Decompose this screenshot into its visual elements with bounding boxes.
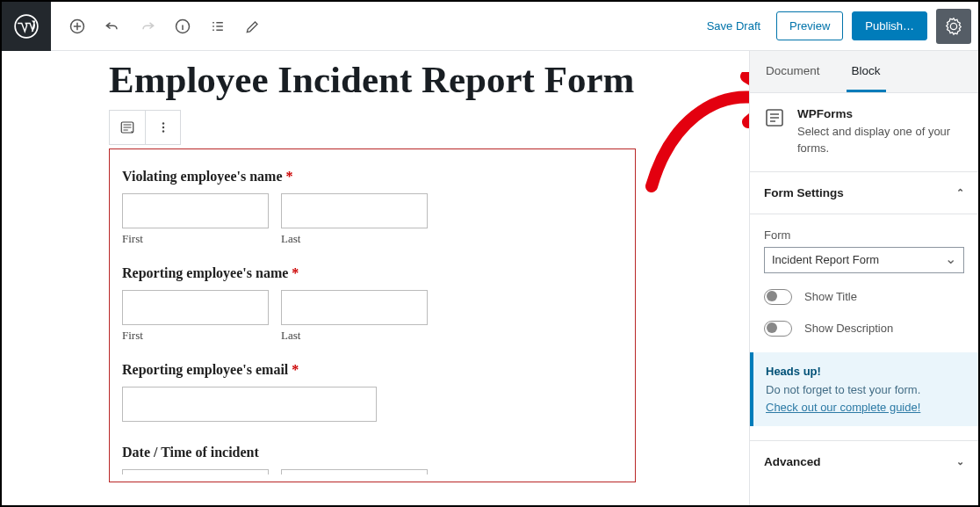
svg-point-5 (162, 127, 163, 128)
outline-button[interactable] (202, 11, 234, 42)
page-title[interactable]: Employee Incident Report Form (109, 58, 636, 101)
publish-button[interactable]: Publish… (852, 11, 927, 40)
settings-button[interactable] (936, 9, 971, 44)
field-label: Reporting employee's email * (122, 362, 623, 378)
form-settings-body: Form Incident Report Form Show Title Sho… (750, 214, 978, 442)
advanced-header[interactable]: Advanced ⌄ (750, 441, 978, 482)
field-sublabel: Last (281, 232, 428, 246)
first-name-input[interactable] (122, 290, 269, 325)
required-mark: * (286, 169, 293, 184)
pencil-icon (244, 18, 262, 35)
time-input[interactable] (281, 469, 428, 474)
more-vertical-icon (155, 120, 171, 135)
block-more-button[interactable] (145, 111, 180, 144)
field-sublabel: First (122, 329, 269, 343)
block-type-button[interactable] (110, 111, 145, 144)
redo-button[interactable] (132, 11, 163, 42)
notice-link[interactable]: Check out our complete guide! (766, 401, 920, 414)
required-mark: * (292, 362, 299, 377)
list-icon (209, 18, 227, 35)
first-name-input[interactable] (122, 193, 269, 228)
email-input[interactable] (122, 387, 377, 422)
block-info-panel: WPForms Select and display one of your f… (750, 93, 978, 172)
add-block-button[interactable] (61, 11, 93, 42)
arrow-annotation (634, 72, 749, 206)
chevron-up-icon: ⌃ (956, 187, 964, 199)
edit-button[interactable] (237, 11, 269, 42)
undo-icon (104, 18, 121, 35)
tab-document[interactable]: Document (750, 51, 836, 92)
form-select[interactable]: Incident Report Form (764, 247, 964, 273)
notice-text: Do not forget to test your form. (766, 383, 920, 396)
svg-point-6 (162, 131, 163, 133)
notice-box: Heads up! Do not forget to test your for… (750, 352, 978, 427)
gear-icon (944, 17, 963, 36)
save-draft-button[interactable]: Save Draft (700, 14, 767, 38)
wpforms-icon (764, 107, 785, 128)
field-label: Reporting employee's name * (122, 265, 623, 281)
svg-point-4 (162, 123, 163, 125)
info-button[interactable] (167, 11, 198, 42)
settings-sidebar: Document Block WPForms Select and displa… (749, 51, 978, 505)
redo-icon (139, 18, 156, 35)
sidebar-tabs: Document Block (750, 51, 978, 93)
toolbar-right-group: Save Draft Preview Publish… (700, 9, 978, 44)
notice-heading: Heads up! (766, 363, 966, 380)
toggle-label: Show Description (804, 322, 893, 335)
block-toolbar (109, 110, 181, 145)
required-mark: * (292, 265, 299, 280)
field-label: Date / Time of incident (122, 445, 623, 460)
wordpress-logo[interactable] (2, 2, 51, 51)
form-settings-header[interactable]: Form Settings ⌃ (750, 172, 978, 214)
field-sublabel: First (122, 232, 269, 246)
close-sidebar-button[interactable] (964, 51, 978, 92)
last-name-input[interactable] (281, 193, 428, 228)
show-description-toggle[interactable] (764, 321, 792, 337)
last-name-input[interactable] (281, 290, 428, 325)
tab-block[interactable]: Block (836, 51, 897, 92)
toolbar-left-group (51, 11, 269, 42)
wpforms-block[interactable]: Violating employee's name * First Last R… (109, 148, 636, 482)
wordpress-logo-icon (14, 14, 39, 39)
toggle-label: Show Title (804, 290, 857, 303)
field-sublabel: Last (281, 329, 428, 343)
editor-canvas: Employee Incident Report Form Violating … (2, 51, 749, 505)
info-icon (174, 18, 191, 35)
block-description: Select and display one of your forms. (797, 125, 950, 155)
form-select-label: Form (764, 228, 964, 242)
chevron-down-icon: ⌄ (956, 456, 964, 467)
date-input[interactable] (122, 469, 269, 474)
show-title-toggle[interactable] (764, 289, 792, 305)
plus-circle-icon (68, 18, 86, 35)
block-name-label: WPForms (797, 107, 964, 120)
editor-topbar: Save Draft Preview Publish… (2, 2, 978, 51)
field-label: Violating employee's name * (122, 169, 623, 185)
form-block-icon (119, 120, 135, 135)
preview-button[interactable]: Preview (776, 11, 843, 40)
undo-button[interactable] (97, 11, 128, 42)
